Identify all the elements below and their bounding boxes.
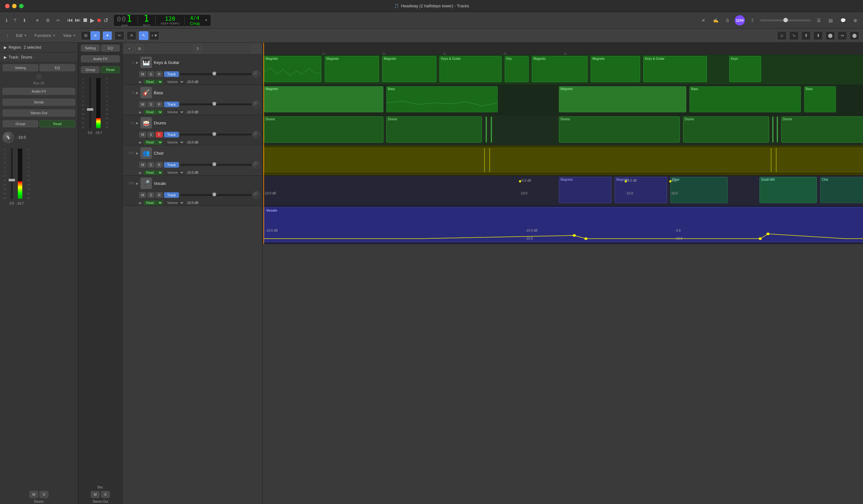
record-all-button[interactable]: ⬛	[252, 45, 260, 52]
annotation-button[interactable]: ✍	[711, 16, 720, 24]
track-expand-11[interactable]: ▶	[136, 121, 139, 125]
region-magneto-choir[interactable]: Magneto	[559, 177, 611, 203]
track-dial-5[interactable]	[253, 101, 260, 108]
eq-button[interactable]: EQ	[39, 64, 75, 71]
view-dropdown[interactable]: View ▼	[61, 32, 79, 39]
functions-dropdown[interactable]: Functions ▼	[32, 32, 58, 39]
region-magneto-choir-2[interactable]: Magneto	[615, 177, 667, 203]
track-fader-thumb-750[interactable]	[212, 193, 216, 196]
back-button[interactable]: ↑	[4, 32, 11, 39]
rewind-button[interactable]: ⏮	[67, 17, 73, 24]
track-btn-1[interactable]: Track	[164, 71, 179, 77]
track-dial-1[interactable]	[253, 70, 260, 78]
circle-btn[interactable]: ⬤	[825, 31, 835, 40]
mute-11[interactable]: M	[139, 132, 146, 138]
region-magneto-bass-2[interactable]: Magneto	[559, 86, 686, 112]
mute-1[interactable]: M	[139, 71, 146, 77]
mixer-button[interactable]: ⚙	[44, 16, 52, 24]
record-button[interactable]: ⏺	[97, 17, 102, 23]
track-expand-1[interactable]: ▶	[136, 61, 139, 64]
read-button[interactable]: Read	[39, 120, 75, 127]
region-magneto-1[interactable]: Magneto	[264, 56, 321, 82]
smart-mode-button[interactable]: ✦	[102, 31, 112, 40]
track-btn-11[interactable]: Track	[164, 132, 179, 138]
track-fader-11[interactable]	[180, 134, 252, 135]
track-btn-747[interactable]: Track	[164, 162, 179, 168]
region-keys-guitar[interactable]: Keys & Guitar	[439, 56, 502, 82]
region-key[interactable]: Key	[505, 56, 529, 82]
volume-select-11[interactable]: Volume	[165, 140, 184, 145]
chat-button[interactable]: 💬	[838, 16, 848, 24]
track-fader-thumb-1[interactable]	[212, 72, 216, 75]
solo-747[interactable]: S	[148, 162, 154, 168]
read-select-747[interactable]: Read	[143, 170, 163, 175]
zoom-to-fit[interactable]: ☺	[777, 31, 787, 40]
pencil-mode-button[interactable]: ✏	[115, 31, 124, 40]
close-button[interactable]	[5, 4, 10, 8]
auto-dot-3[interactable]	[670, 180, 671, 182]
track-expand-icon[interactable]: ▶	[4, 55, 7, 60]
list-view-button[interactable]: ☰	[815, 16, 823, 24]
solo-1[interactable]: S	[148, 71, 154, 77]
solo-5[interactable]: S	[148, 102, 154, 107]
mute-mode-button[interactable]: ✕	[127, 31, 136, 40]
track-btn-750[interactable]: Track	[164, 192, 179, 198]
user-avatar[interactable]: 1234	[735, 15, 745, 25]
expand-left[interactable]: ⇔	[838, 31, 847, 40]
brightness-button[interactable]: ☀	[34, 16, 41, 24]
sends-button[interactable]: Sends	[2, 99, 75, 106]
resize-down[interactable]: ⬇	[813, 31, 823, 40]
group-button[interactable]: Group	[2, 120, 38, 127]
auto-dot-2[interactable]	[625, 180, 627, 182]
help-button[interactable]: ?	[12, 16, 18, 24]
region-drums-5[interactable]: Drums	[781, 116, 863, 143]
track-read-expand-11[interactable]: ▶	[139, 141, 142, 144]
read-select-11[interactable]: Read	[143, 140, 163, 145]
read-select-750[interactable]: Read	[143, 201, 163, 205]
rec-1[interactable]: R	[156, 71, 163, 77]
s-global-button[interactable]: S	[193, 45, 202, 52]
track-dial-11[interactable]	[253, 131, 260, 138]
track-expand-5[interactable]: ▶	[136, 91, 139, 94]
region-vocals-main[interactable]: Vocals -10.0 dB -10.0 dB -3.8 -10.8 -10.…	[264, 207, 863, 242]
scissors-button[interactable]: ✂	[54, 16, 62, 24]
second-solo-btn[interactable]: S	[101, 491, 110, 498]
second-fader-rail[interactable]	[89, 78, 91, 129]
region-bass-1[interactable]: Bass	[386, 86, 498, 112]
solo-11[interactable]: S	[148, 132, 154, 138]
expand-right[interactable]: ⬤	[850, 31, 859, 40]
main-fader-thumb[interactable]	[9, 179, 15, 181]
waveform-view[interactable]: ∿	[789, 31, 799, 40]
read-select-1[interactable]: Read	[143, 79, 163, 84]
edit-dropdown[interactable]: Edit ▼	[13, 32, 29, 39]
resize-up[interactable]: ⬆	[801, 31, 811, 40]
volume-select-1[interactable]: Volume	[165, 79, 184, 84]
rec-5[interactable]: R	[156, 102, 163, 107]
expand-icon[interactable]: ▶	[4, 45, 7, 50]
region-bass-last[interactable]: Bass	[804, 86, 836, 112]
region-keys-guitar-2[interactable]: Keys & Guitar	[643, 56, 707, 82]
x-button[interactable]: ✕	[700, 16, 707, 24]
region-drums-4[interactable]: Drums	[683, 116, 769, 143]
master-fader-thumb[interactable]	[784, 18, 788, 22]
region-magneto-5[interactable]: Magneto	[591, 56, 640, 82]
region-magneto-2[interactable]: Magneto	[325, 56, 379, 82]
track-fader-thumb-747[interactable]	[212, 162, 216, 166]
channel-strip-button[interactable]: ▤	[827, 16, 835, 24]
track-fader-thumb-11[interactable]	[212, 132, 216, 136]
region-choir-last[interactable]: Choi	[820, 177, 863, 203]
maximize-button[interactable]	[19, 4, 24, 8]
share-button[interactable]: ⇧	[749, 16, 756, 24]
tracks-scroll[interactable]: Magneto Magneto Magneto Keys & Gu	[263, 55, 863, 504]
stereo-out-button[interactable]: Stereo Out	[2, 109, 75, 116]
minimize-button[interactable]	[12, 4, 16, 8]
rec-750[interactable]: R	[156, 192, 163, 198]
read-select-5[interactable]: Read	[143, 110, 163, 115]
second-group-btn[interactable]: Group	[81, 66, 100, 73]
play-button[interactable]: ▶	[90, 17, 95, 24]
grid-view-button[interactable]: ⊞	[81, 31, 90, 40]
track-dial-747[interactable]	[253, 161, 260, 168]
region-magneto-4[interactable]: Magneto	[532, 56, 588, 82]
track-read-expand-750[interactable]: ▶	[139, 201, 142, 205]
master-fader[interactable]	[760, 20, 811, 21]
